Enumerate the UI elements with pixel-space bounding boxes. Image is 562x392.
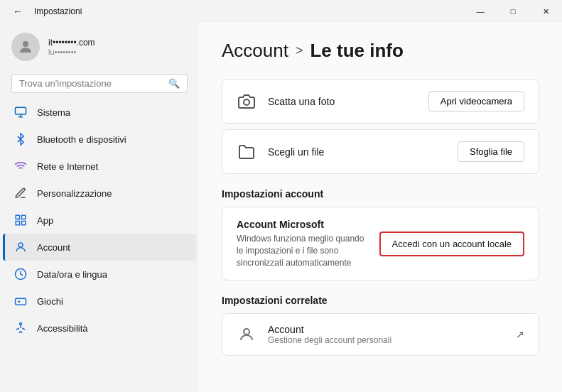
browse-file-button[interactable]: Sfoglia file [458,141,524,162]
titlebar-title: Impostazioni [34,6,82,16]
open-camera-button[interactable]: Apri videocamera [428,91,524,111]
sidebar-item-giochi[interactable]: Giochi [3,288,196,315]
minimize-button[interactable]: — [464,0,497,23]
svg-rect-5 [22,222,26,225]
svg-rect-4 [16,222,19,225]
sidebar-item-data[interactable]: Data/ora e lingua [3,261,196,288]
maximize-button[interactable]: □ [497,0,529,23]
account-settings-title: Impostazioni account [222,188,539,200]
folder-icon [237,142,256,162]
sidebar-label-account: Account [37,242,70,253]
sidebar-item-personalizzazione[interactable]: Personalizzazione [3,180,196,207]
sidebar: it••••••••.com lu•••••••• 🔍 Sistema Blue… [0,23,199,392]
svg-rect-3 [22,215,26,219]
back-button[interactable]: ← [9,3,27,20]
related-title: Impostazioni correlate [222,295,539,306]
person-icon [14,241,27,254]
file-card: Scegli un file Sfoglia file [222,129,539,174]
svg-point-10 [244,99,249,105]
related-person-icon [237,325,256,344]
close-button[interactable]: ✕ [529,0,562,23]
search-box[interactable]: 🔍 [11,74,188,93]
svg-point-9 [20,323,22,325]
sidebar-label-app: App [37,215,53,226]
external-link-icon[interactable]: ↗ [516,329,524,340]
breadcrumb: Account [222,40,288,62]
bluetooth-icon [14,133,27,146]
user-email: it••••••••.com [48,38,95,48]
sidebar-label-personalizzazione: Personalizzazione [37,188,112,199]
page-title: Le tue info [310,40,403,62]
avatar [11,33,40,61]
pen-icon [14,187,27,200]
sidebar-label-data: Data/ora e lingua [37,269,107,280]
svg-point-11 [244,329,249,334]
app-icon [14,214,27,227]
photo-label: Scatta una foto [268,96,417,107]
related-card-title: Account [268,324,504,335]
accessibility-icon [14,322,27,334]
user-section: it••••••••.com lu•••••••• [0,23,199,71]
breadcrumb-chevron: > [296,43,303,58]
window-controls: — □ ✕ [464,0,562,23]
search-input[interactable] [19,78,163,89]
sidebar-label-rete: Rete e Internet [37,161,98,172]
svg-rect-1 [16,107,26,114]
content-area: Account > Le tue info Scatta una foto Ap… [199,23,562,392]
clock-icon [14,268,27,281]
wifi-icon [14,160,27,173]
user-sub: lu•••••••• [48,48,95,56]
file-label: Scegli un file [268,146,446,158]
titlebar: ← Impostazioni — □ ✕ [0,0,562,23]
game-icon [14,295,27,307]
svg-point-0 [23,41,28,47]
sidebar-label-giochi: Giochi [37,296,63,307]
sidebar-label-sistema: Sistema [37,107,70,118]
sidebar-item-account[interactable]: Account [3,234,196,261]
camera-icon [237,92,256,111]
related-card-subtitle: Gestione degli account personali [268,335,504,345]
sidebar-item-rete[interactable]: Rete e Internet [3,153,196,180]
svg-rect-2 [16,215,19,219]
microsoft-card-title: Account Microsoft [237,219,368,230]
page-header: Account > Le tue info [222,40,539,62]
sidebar-label-bluetooth: Bluetooth e dispositivi [37,134,126,145]
local-account-button[interactable]: Accedi con un account locale [379,232,524,256]
microsoft-account-card: Account Microsoft Windows funziona megli… [222,207,539,281]
search-icon: 🔍 [168,78,180,89]
monitor-icon [14,106,27,119]
sidebar-item-app[interactable]: App [3,207,196,234]
microsoft-card-description: Windows funziona meglio quando le impost… [237,233,368,268]
sidebar-item-bluetooth[interactable]: Bluetooth e dispositivi [3,126,196,153]
svg-point-6 [18,243,23,247]
sidebar-item-sistema[interactable]: Sistema [3,99,196,126]
photo-card: Scatta una foto Apri videocamera [222,79,539,124]
related-account-card[interactable]: Account Gestione degli account personali… [222,313,539,356]
sidebar-label-accessibilita: Accessibilità [37,323,88,334]
sidebar-item-accessibilita[interactable]: Accessibilità [3,315,196,342]
